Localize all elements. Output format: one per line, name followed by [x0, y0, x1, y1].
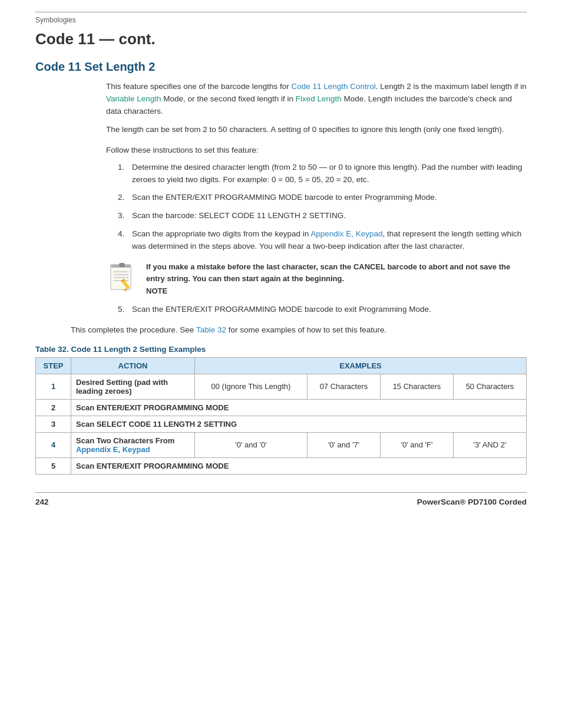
- row4-action-main: Scan Two Characters From: [76, 436, 174, 445]
- step-3-text: Scan the barcode: SELECT CODE 11 LENGTH …: [132, 211, 346, 220]
- row4-action-link[interactable]: Appendix E, Keypad: [76, 445, 150, 454]
- link-appendix-e[interactable]: Appendix E, Keypad: [310, 229, 382, 238]
- row1-ex2: 07 Characters: [307, 374, 380, 399]
- intro-text-1: This feature specifies one of the barcod…: [106, 81, 527, 118]
- row1-action: Desired Setting (pad with leading zeroes…: [71, 374, 195, 399]
- breadcrumb: Symbologies: [35, 16, 527, 24]
- note-icon: [106, 262, 138, 294]
- section-title: Code 11 Set Length 2: [35, 60, 527, 74]
- step-3: Scan the barcode: SELECT CODE 11 LENGTH …: [118, 210, 527, 222]
- step-1: Determine the desired character length (…: [118, 162, 527, 186]
- intro-text-2: The length can be set from 2 to 50 chara…: [106, 124, 527, 136]
- row4-ex1: '0' and '0': [195, 432, 308, 457]
- page-title: Code 11 — cont.: [35, 30, 527, 48]
- table-header-row: STEP ACTION EXAMPLES: [36, 357, 527, 374]
- completion-text-post: for some examples of how to set this fea…: [226, 325, 386, 334]
- row3-step: 3: [36, 416, 71, 432]
- row4-action: Scan Two Characters From Appendix E, Key…: [71, 432, 195, 457]
- instructions-intro: Follow these instructions to set this fe…: [106, 144, 527, 157]
- product-name: PowerScan® PD7100 Corded: [417, 498, 527, 506]
- note-text: If you make a mistake before the last ch…: [146, 261, 527, 284]
- row2-action: Scan ENTER/EXIT PROGRAMMING MODE: [71, 399, 527, 416]
- table-row-3: 3 Scan SELECT CODE 11 LENGTH 2 SETTING: [36, 416, 527, 432]
- table-row-5: 5 Scan ENTER/EXIT PROGRAMMING MODE: [36, 457, 527, 474]
- link-variable-length[interactable]: Variable Length: [106, 94, 161, 103]
- step-5-text: Scan the ENTER/EXIT PROGRAMMING MODE bar…: [132, 305, 431, 314]
- step-1-text: Determine the desired character length (…: [132, 163, 523, 184]
- steps-list-continued: Scan the ENTER/EXIT PROGRAMMING MODE bar…: [118, 304, 527, 316]
- row4-step: 4: [36, 432, 71, 457]
- steps-list: Determine the desired character length (…: [118, 162, 527, 253]
- th-step: STEP: [36, 357, 71, 374]
- table-row-1: 1 Desired Setting (pad with leading zero…: [36, 374, 527, 399]
- footer-rule: [35, 492, 527, 493]
- link-fixed-length[interactable]: Fixed Length: [296, 94, 342, 103]
- step-4: Scan the appropriate two digits from the…: [118, 228, 527, 253]
- row4-ex4: '3' AND 2': [453, 432, 526, 457]
- examples-table: STEP ACTION EXAMPLES 1 Desired Setting (…: [35, 357, 527, 475]
- row1-ex4: 50 Characters: [453, 374, 526, 399]
- step-2: Scan the ENTER/EXIT PROGRAMMING MODE bar…: [118, 192, 527, 204]
- page-number: 242: [35, 498, 49, 506]
- intro-text-1a: This feature specifies one of the barcod…: [106, 82, 291, 91]
- note-content: If you make a mistake before the last ch…: [146, 261, 527, 295]
- top-rule: [35, 12, 527, 12]
- completion-text-pre: This completes the procedure. See: [71, 325, 196, 334]
- note-box: If you make a mistake before the last ch…: [106, 261, 527, 295]
- completion-text: This completes the procedure. See Table …: [71, 324, 527, 337]
- th-examples: EXAMPLES: [195, 357, 527, 374]
- note-label: NOTE: [146, 286, 527, 295]
- row1-step: 1: [36, 374, 71, 399]
- step-4-text-pre: Scan the appropriate two digits from the…: [132, 229, 310, 238]
- row3-action: Scan SELECT CODE 11 LENGTH 2 SETTING: [71, 416, 527, 432]
- step-5: Scan the ENTER/EXIT PROGRAMMING MODE bar…: [118, 304, 527, 316]
- row4-ex2: '0' and '7': [307, 432, 380, 457]
- row4-ex3: '0' and 'F': [380, 432, 453, 457]
- page: Symbologies Code 11 — cont. Code 11 Set …: [0, 0, 562, 728]
- row2-step: 2: [36, 399, 71, 416]
- row1-ex1: 00 (Ignore This Length): [195, 374, 308, 399]
- table-row-4: 4 Scan Two Characters From Appendix E, K…: [36, 432, 527, 457]
- table-caption: Table 32. Code 11 Length 2 Setting Examp…: [35, 345, 527, 354]
- table-row-2: 2 Scan ENTER/EXIT PROGRAMMING MODE: [36, 399, 527, 416]
- link-length-control[interactable]: Code 11 Length Control: [291, 82, 375, 91]
- footer: 242 PowerScan® PD7100 Corded: [35, 498, 527, 506]
- row5-action: Scan ENTER/EXIT PROGRAMMING MODE: [71, 457, 527, 474]
- link-table32[interactable]: Table 32: [196, 325, 226, 334]
- intro-text-1b: . Length 2 is the maximum label length i…: [376, 82, 527, 91]
- intro-paragraph-1: This feature specifies one of the barcod…: [106, 81, 527, 136]
- intro-text-1c: Mode, or the second fixed length if in: [161, 94, 296, 103]
- row1-ex3: 15 Characters: [380, 374, 453, 399]
- step-2-text: Scan the ENTER/EXIT PROGRAMMING MODE bar…: [132, 193, 437, 202]
- svg-rect-10: [119, 263, 125, 267]
- row5-step: 5: [36, 457, 71, 474]
- note-svg-icon: [106, 262, 138, 294]
- th-action: ACTION: [71, 357, 195, 374]
